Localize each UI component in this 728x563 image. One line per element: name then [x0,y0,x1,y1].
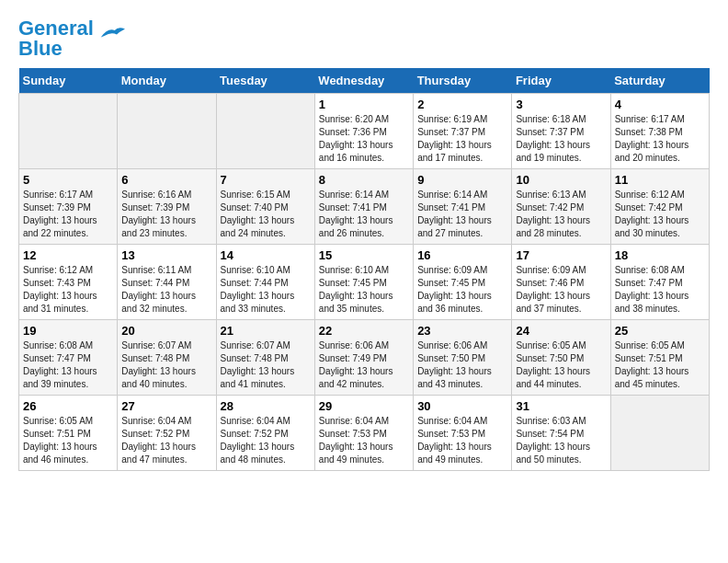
calendar-cell [610,396,709,471]
weekday-header-saturday: Saturday [610,68,709,94]
day-info: Sunrise: 6:11 AMSunset: 7:44 PMDaylight:… [121,264,211,316]
day-number: 30 [417,399,507,413]
day-info: Sunrise: 6:14 AMSunset: 7:41 PMDaylight:… [319,189,409,240]
day-number: 22 [319,324,409,338]
day-number: 31 [516,399,606,413]
week-row-3: 12Sunrise: 6:12 AMSunset: 7:43 PMDayligh… [19,245,710,320]
calendar-cell: 2Sunrise: 6:19 AMSunset: 7:37 PMDaylight… [414,94,512,169]
day-info: Sunrise: 6:08 AMSunset: 7:47 PMDaylight:… [615,264,705,316]
page-header: General Blue [18,18,710,59]
calendar-cell: 15Sunrise: 6:10 AMSunset: 7:45 PMDayligh… [314,245,413,320]
weekday-header-monday: Monday [118,68,216,94]
day-number: 18 [615,248,705,262]
logo: General Blue [18,18,125,59]
day-info: Sunrise: 6:03 AMSunset: 7:54 PMDaylight:… [516,415,606,466]
calendar-cell [216,94,314,169]
day-number: 10 [516,173,606,187]
day-info: Sunrise: 6:17 AMSunset: 7:39 PMDaylight:… [23,189,113,240]
day-number: 16 [417,248,507,262]
day-number: 27 [121,399,211,413]
calendar-cell [19,94,118,169]
day-number: 19 [23,324,113,338]
calendar-cell: 5Sunrise: 6:17 AMSunset: 7:39 PMDaylight… [19,169,118,245]
day-number: 20 [121,324,211,338]
weekday-header-friday: Friday [512,68,610,94]
logo-bird-icon [97,25,125,41]
week-row-5: 26Sunrise: 6:05 AMSunset: 7:51 PMDayligh… [19,396,710,471]
day-number: 7 [221,173,311,187]
day-number: 14 [221,248,311,262]
day-info: Sunrise: 6:08 AMSunset: 7:47 PMDaylight:… [23,339,113,391]
day-number: 23 [417,324,507,338]
calendar-header-row: SundayMondayTuesdayWednesdayThursdayFrid… [19,68,710,94]
calendar-cell: 12Sunrise: 6:12 AMSunset: 7:43 PMDayligh… [19,245,118,320]
day-info: Sunrise: 6:10 AMSunset: 7:45 PMDaylight:… [319,264,409,316]
weekday-header-wednesday: Wednesday [314,68,413,94]
calendar-cell: 1Sunrise: 6:20 AMSunset: 7:36 PMDaylight… [314,94,413,169]
day-number: 11 [615,173,705,187]
day-number: 8 [319,173,409,187]
day-number: 12 [23,248,113,262]
calendar-cell: 3Sunrise: 6:18 AMSunset: 7:37 PMDaylight… [512,94,610,169]
calendar-cell: 16Sunrise: 6:09 AMSunset: 7:45 PMDayligh… [414,245,512,320]
calendar-cell: 13Sunrise: 6:11 AMSunset: 7:44 PMDayligh… [118,245,216,320]
calendar-cell: 14Sunrise: 6:10 AMSunset: 7:44 PMDayligh… [216,245,314,320]
day-info: Sunrise: 6:12 AMSunset: 7:42 PMDaylight:… [615,189,705,240]
calendar-cell: 31Sunrise: 6:03 AMSunset: 7:54 PMDayligh… [512,396,610,471]
day-info: Sunrise: 6:06 AMSunset: 7:49 PMDaylight:… [319,339,409,391]
calendar-cell: 23Sunrise: 6:06 AMSunset: 7:50 PMDayligh… [414,320,512,396]
day-number: 21 [221,324,311,338]
day-number: 4 [615,98,705,111]
calendar-cell: 22Sunrise: 6:06 AMSunset: 7:49 PMDayligh… [314,320,413,396]
calendar-cell: 24Sunrise: 6:05 AMSunset: 7:50 PMDayligh… [512,320,610,396]
calendar-cell: 11Sunrise: 6:12 AMSunset: 7:42 PMDayligh… [610,169,709,245]
day-info: Sunrise: 6:04 AMSunset: 7:52 PMDaylight:… [121,415,211,466]
weekday-header-thursday: Thursday [414,68,512,94]
calendar-cell: 26Sunrise: 6:05 AMSunset: 7:51 PMDayligh… [19,396,118,471]
day-info: Sunrise: 6:07 AMSunset: 7:48 PMDaylight:… [221,339,311,391]
calendar-cell: 6Sunrise: 6:16 AMSunset: 7:39 PMDaylight… [118,169,216,245]
calendar-table: SundayMondayTuesdayWednesdayThursdayFrid… [18,68,710,471]
day-number: 3 [516,98,606,111]
day-number: 2 [417,98,507,111]
week-row-1: 1Sunrise: 6:20 AMSunset: 7:36 PMDaylight… [19,94,710,169]
calendar-cell: 10Sunrise: 6:13 AMSunset: 7:42 PMDayligh… [512,169,610,245]
weekday-header-sunday: Sunday [19,68,118,94]
calendar-cell: 18Sunrise: 6:08 AMSunset: 7:47 PMDayligh… [610,245,709,320]
calendar-cell: 19Sunrise: 6:08 AMSunset: 7:47 PMDayligh… [19,320,118,396]
day-info: Sunrise: 6:10 AMSunset: 7:44 PMDaylight:… [221,264,311,316]
day-info: Sunrise: 6:09 AMSunset: 7:46 PMDaylight:… [516,264,606,316]
day-info: Sunrise: 6:04 AMSunset: 7:53 PMDaylight:… [417,415,507,466]
day-number: 28 [221,399,311,413]
calendar-cell: 8Sunrise: 6:14 AMSunset: 7:41 PMDaylight… [314,169,413,245]
calendar-cell: 17Sunrise: 6:09 AMSunset: 7:46 PMDayligh… [512,245,610,320]
logo-blue: Blue [18,37,63,60]
day-info: Sunrise: 6:13 AMSunset: 7:42 PMDaylight:… [516,189,606,240]
day-number: 15 [319,248,409,262]
calendar-cell: 30Sunrise: 6:04 AMSunset: 7:53 PMDayligh… [414,396,512,471]
calendar-cell: 21Sunrise: 6:07 AMSunset: 7:48 PMDayligh… [216,320,314,396]
logo-text: General Blue [18,18,94,59]
calendar-cell: 28Sunrise: 6:04 AMSunset: 7:52 PMDayligh… [216,396,314,471]
day-number: 25 [615,324,705,338]
calendar-cell: 20Sunrise: 6:07 AMSunset: 7:48 PMDayligh… [118,320,216,396]
week-row-4: 19Sunrise: 6:08 AMSunset: 7:47 PMDayligh… [19,320,710,396]
calendar-cell: 7Sunrise: 6:15 AMSunset: 7:40 PMDaylight… [216,169,314,245]
calendar-cell: 25Sunrise: 6:05 AMSunset: 7:51 PMDayligh… [610,320,709,396]
calendar-cell: 9Sunrise: 6:14 AMSunset: 7:41 PMDaylight… [414,169,512,245]
day-info: Sunrise: 6:12 AMSunset: 7:43 PMDaylight:… [23,264,113,316]
week-row-2: 5Sunrise: 6:17 AMSunset: 7:39 PMDaylight… [19,169,710,245]
calendar-cell: 29Sunrise: 6:04 AMSunset: 7:53 PMDayligh… [314,396,413,471]
day-info: Sunrise: 6:04 AMSunset: 7:53 PMDaylight:… [319,415,409,466]
weekday-header-tuesday: Tuesday [216,68,314,94]
day-number: 24 [516,324,606,338]
day-info: Sunrise: 6:19 AMSunset: 7:37 PMDaylight:… [417,113,507,165]
calendar-cell: 4Sunrise: 6:17 AMSunset: 7:38 PMDaylight… [610,94,709,169]
day-number: 17 [516,248,606,262]
day-info: Sunrise: 6:05 AMSunset: 7:51 PMDaylight:… [615,339,705,391]
day-info: Sunrise: 6:18 AMSunset: 7:37 PMDaylight:… [516,113,606,165]
day-info: Sunrise: 6:20 AMSunset: 7:36 PMDaylight:… [319,113,409,165]
day-info: Sunrise: 6:05 AMSunset: 7:50 PMDaylight:… [516,339,606,391]
day-number: 29 [319,399,409,413]
day-info: Sunrise: 6:14 AMSunset: 7:41 PMDaylight:… [417,189,507,240]
